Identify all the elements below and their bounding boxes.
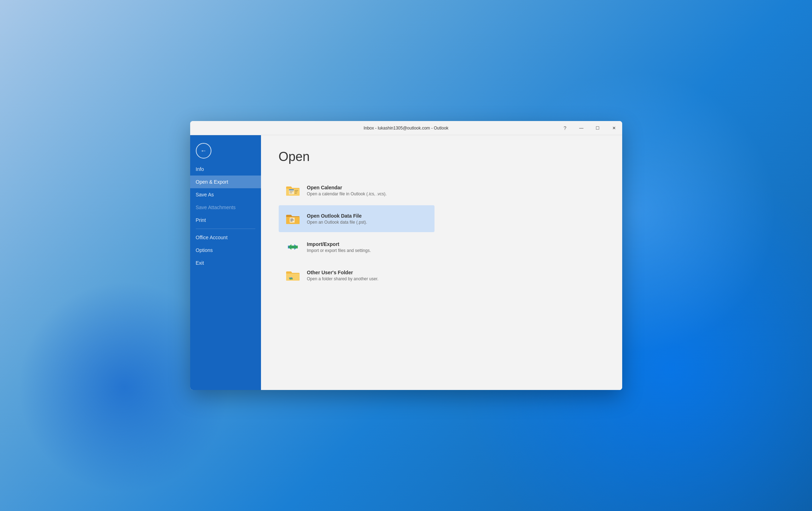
open-calendar-icon [284, 182, 301, 199]
minimize-button[interactable]: — [573, 121, 590, 135]
option-open-calendar[interactable]: Open Calendar Open a calendar file in Ou… [279, 177, 435, 204]
open-calendar-description: Open a calendar file in Outlook (.ics, .… [307, 191, 387, 196]
svg-rect-7 [293, 191, 293, 192]
app-body: ← Info Open & Export Save As Save Attach… [190, 135, 622, 390]
open-outlook-data-description: Open an Outlook data file (.pst). [307, 220, 367, 225]
help-button[interactable]: ? [557, 121, 573, 135]
maximize-button[interactable]: ☐ [590, 121, 606, 135]
sidebar-item-exit[interactable]: Exit [190, 257, 261, 269]
app-window: Inbox - lukashin1305@outlook.com - Outlo… [190, 121, 622, 390]
sidebar-item-save-as[interactable]: Save As [190, 188, 261, 201]
back-button[interactable]: ← [196, 143, 211, 159]
import-export-icon [284, 239, 301, 256]
option-open-outlook-data[interactable]: Open Outlook Data File Open an Outlook d… [279, 205, 435, 232]
sidebar-item-exit-label: Exit [196, 260, 204, 266]
sidebar: ← Info Open & Export Save As Save Attach… [190, 135, 261, 390]
sidebar-divider-1 [196, 229, 255, 229]
svg-rect-13 [290, 221, 293, 222]
close-button[interactable]: ✕ [606, 121, 622, 135]
svg-rect-12 [290, 220, 294, 220]
open-calendar-title: Open Calendar [307, 185, 387, 190]
sidebar-item-open-export[interactable]: Open & Export [190, 176, 261, 188]
open-calendar-text: Open Calendar Open a calendar file in Ou… [307, 185, 387, 196]
back-icon: ← [200, 147, 207, 155]
sidebar-item-save-attachments[interactable]: Save Attachments [190, 201, 261, 214]
sidebar-item-info-label: Info [196, 166, 204, 172]
svg-rect-9 [291, 193, 292, 193]
sidebar-item-office-account-label: Office Account [196, 235, 228, 240]
sidebar-item-options-label: Options [196, 247, 213, 253]
sidebar-item-save-as-label: Save As [196, 192, 214, 197]
other-users-folder-description: Open a folder shared by another user. [307, 276, 379, 281]
svg-rect-11 [290, 219, 293, 219]
sidebar-item-office-account[interactable]: Office Account [190, 231, 261, 244]
svg-rect-1 [295, 191, 297, 192]
sidebar-item-save-attachments-label: Save Attachments [196, 205, 236, 210]
sidebar-item-print-label: Print [196, 217, 206, 223]
svg-rect-0 [295, 190, 298, 191]
open-outlook-data-text: Open Outlook Data File Open an Outlook d… [307, 213, 367, 225]
window-title: Inbox - lukashin1305@outlook.com - Outlo… [364, 126, 449, 131]
sidebar-item-print[interactable]: Print [190, 214, 261, 226]
other-users-folder-title: Other User's Folder [307, 270, 379, 275]
other-users-folder-text: Other User's Folder Open a folder shared… [307, 270, 379, 281]
other-users-folder-icon [284, 267, 301, 284]
page-title: Open [279, 149, 604, 164]
open-outlook-data-icon [284, 210, 301, 227]
import-export-text: Import/Export Import or export files and… [307, 241, 371, 253]
sidebar-item-options[interactable]: Options [190, 244, 261, 257]
svg-rect-5 [290, 191, 291, 192]
window-controls: ? — ☐ ✕ [573, 121, 622, 135]
main-content: Open [261, 135, 622, 390]
title-bar: Inbox - lukashin1305@outlook.com - Outlo… [190, 121, 622, 135]
open-outlook-data-title: Open Outlook Data File [307, 213, 367, 219]
svg-rect-4 [289, 189, 294, 190]
svg-rect-2 [295, 193, 297, 194]
sidebar-nav: Info Open & Export Save As Save Attachme… [190, 163, 261, 390]
import-export-title: Import/Export [307, 241, 371, 247]
import-export-description: Import or export files and settings. [307, 248, 371, 253]
option-import-export[interactable]: Import/Export Import or export files and… [279, 234, 435, 260]
option-other-users-folder[interactable]: Other User's Folder Open a folder shared… [279, 262, 435, 289]
svg-rect-8 [290, 193, 291, 193]
sidebar-item-open-export-label: Open & Export [196, 179, 228, 185]
sidebar-item-info[interactable]: Info [190, 163, 261, 176]
svg-rect-6 [291, 191, 292, 192]
